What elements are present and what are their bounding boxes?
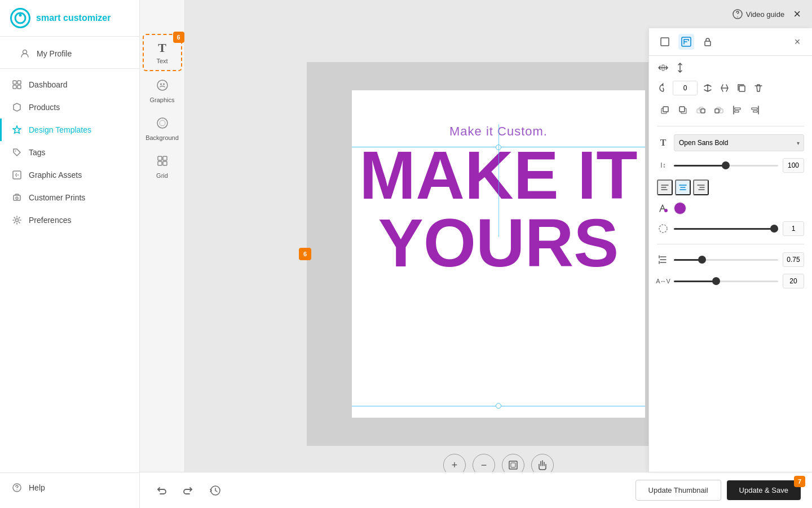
sidebar-item-profile[interactable]: My Profile <box>8 42 131 65</box>
logo-text: smart customizer <box>36 13 111 23</box>
letterspacing-slider[interactable] <box>674 281 778 282</box>
tool-grid[interactable]: Grid <box>143 149 182 185</box>
send-backward-button[interactable] <box>675 102 691 118</box>
flip-vertical-button[interactable] <box>718 81 731 95</box>
sidebar-item-preferences[interactable]: Preferences <box>0 209 139 231</box>
sidebar-item-products[interactable]: Products <box>0 96 139 119</box>
opacity-slider[interactable] <box>674 228 778 230</box>
opacity-icon <box>657 222 669 235</box>
svg-rect-45 <box>753 111 757 112</box>
props-icon-lock[interactable] <box>700 34 716 50</box>
svg-rect-31 <box>739 86 745 91</box>
text-color-swatch[interactable] <box>674 202 686 214</box>
align-right-button[interactable] <box>693 179 709 195</box>
text-badge: 6 <box>173 32 184 43</box>
align-center-button[interactable] <box>675 179 691 195</box>
duplicate-button[interactable] <box>735 81 748 95</box>
tool-panel: 6 T Text Graphics Backgrou <box>140 0 185 508</box>
props-position-row <box>657 62 804 74</box>
tool-graphics[interactable]: Graphics <box>143 73 182 109</box>
video-guide-button[interactable]: Video guide <box>732 9 784 19</box>
sidebar-item-design-templates[interactable]: Design Templates <box>0 119 139 141</box>
rotate-icon <box>657 82 669 94</box>
fill-icon <box>657 202 669 214</box>
svg-rect-43 <box>735 111 739 112</box>
svg-rect-5 <box>13 85 16 89</box>
svg-rect-25 <box>509 461 517 469</box>
history-button[interactable] <box>205 480 226 501</box>
sidebar-item-customer-prints[interactable]: Customer Prints <box>0 186 139 209</box>
align-left-dist-button[interactable] <box>729 102 745 118</box>
design-templates-icon <box>12 125 22 135</box>
props-icon-rect[interactable] <box>657 34 673 50</box>
bottom-bar: Update Thumbnail Update & Save 7 <box>140 472 812 508</box>
svg-rect-20 <box>163 156 167 160</box>
flip-horizontal-button[interactable] <box>701 81 714 95</box>
svg-rect-29 <box>705 41 710 46</box>
svg-point-10 <box>16 197 18 199</box>
delete-button[interactable] <box>752 81 765 95</box>
opacity-value: 1 <box>783 221 804 236</box>
graphic-assets-icon <box>12 170 22 180</box>
rotation-input[interactable] <box>673 81 698 95</box>
products-icon <box>12 102 22 112</box>
svg-point-15 <box>160 84 162 85</box>
props-color-row <box>657 202 804 214</box>
profile-icon <box>20 49 30 59</box>
font-select-wrap[interactable]: Open Sans Bold Arial Georgia ▾ <box>674 134 804 151</box>
svg-point-17 <box>157 118 167 128</box>
sidebar-logo: smart customizer <box>0 0 139 37</box>
handle-bm[interactable] <box>496 403 501 409</box>
undo-button[interactable] <box>151 480 171 501</box>
products-label: Products <box>29 103 60 112</box>
props-icon-text[interactable] <box>678 34 694 50</box>
canvas-wrapper: Make it Custom. MAKE IT YOURS <box>307 62 690 446</box>
send-to-back-button[interactable] <box>711 102 727 118</box>
svg-rect-6 <box>17 85 21 89</box>
font-select[interactable]: Open Sans Bold Arial Georgia <box>674 134 804 151</box>
svg-rect-27 <box>661 38 669 46</box>
update-save-button[interactable]: Update & Save <box>727 480 801 500</box>
bring-to-front-button[interactable] <box>693 102 709 118</box>
close-button[interactable]: × <box>793 7 801 21</box>
redo-button[interactable] <box>178 480 198 501</box>
logo-icon <box>10 8 30 28</box>
bring-forward-button[interactable] <box>657 102 673 118</box>
font-type-icon: T <box>657 137 669 149</box>
svg-point-14 <box>157 80 167 90</box>
tags-icon <box>12 147 22 157</box>
sidebar-item-dashboard[interactable]: Dashboard <box>0 73 139 96</box>
tool-text[interactable]: 6 T Text <box>143 34 182 71</box>
letterspacing-icon: A↔V <box>657 275 669 287</box>
move-vertical-icon <box>674 62 686 74</box>
graphics-tool-label: Graphics <box>149 97 174 103</box>
svg-rect-19 <box>158 156 162 160</box>
move-horizontal-icon <box>657 62 669 74</box>
svg-rect-44 <box>752 108 757 110</box>
profile-label: My Profile <box>37 49 72 58</box>
save-badge: 7 <box>794 476 805 487</box>
svg-point-7 <box>15 151 16 152</box>
svg-point-47 <box>659 225 667 233</box>
sidebar-item-graphic-assets[interactable]: Graphic Assets <box>0 164 139 186</box>
properties-panel: × <box>648 28 812 472</box>
props-layer-row <box>657 102 804 118</box>
canvas-surface[interactable]: Make it Custom. MAKE IT YOURS <box>352 90 645 418</box>
svg-rect-21 <box>158 161 162 165</box>
props-panel-body: T Open Sans Bold Arial Georgia ▾ I↕ 100 <box>649 56 812 294</box>
sidebar-item-help[interactable]: Help <box>0 476 139 499</box>
dashboard-icon <box>12 80 22 90</box>
tool-background[interactable]: Background <box>143 111 182 147</box>
svg-point-16 <box>163 84 165 85</box>
svg-rect-35 <box>679 107 685 112</box>
sidebar: smart customizer My Profile <box>0 0 140 508</box>
sidebar-item-tags[interactable]: Tags <box>0 141 139 164</box>
svg-point-13 <box>16 489 17 491</box>
align-left-button[interactable] <box>657 179 673 195</box>
fontsize-slider[interactable] <box>674 165 778 167</box>
svg-point-11 <box>16 219 19 222</box>
props-close-button[interactable]: × <box>791 35 804 49</box>
update-thumbnail-button[interactable]: Update Thumbnail <box>636 480 721 501</box>
lineheight-slider[interactable] <box>674 259 778 261</box>
align-right-dist-button[interactable] <box>747 102 763 118</box>
